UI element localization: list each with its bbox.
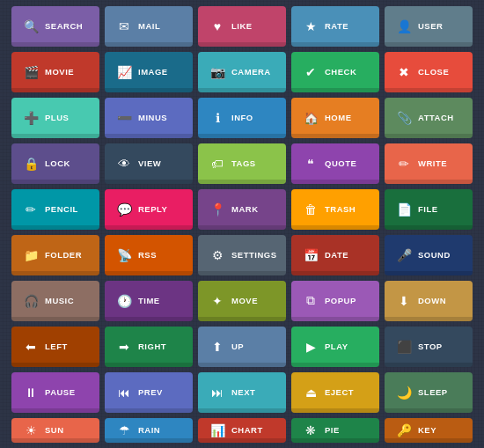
key-icon: 🔑 [392,418,416,443]
btn-prev[interactable]: ⏮PREV [105,372,193,413]
pause-label: PAUSE [45,387,76,397]
view-label: VIEW [138,158,161,168]
btn-folder[interactable]: 📁FOLDER [11,235,99,275]
btn-file[interactable]: 📄FILE [385,189,473,230]
rate-label: RATE [325,21,348,31]
lock-icon: 🔒 [18,151,43,176]
btn-camera[interactable]: 📷CAMERA [198,52,286,92]
btn-user[interactable]: 👤USER [385,6,473,47]
eject-label: EJECT [325,387,354,397]
btn-like[interactable]: ♥LIKE [198,6,286,47]
btn-eject[interactable]: ⏏EJECT [291,372,379,413]
btn-mark[interactable]: 📍MARK [198,189,286,230]
btn-close[interactable]: ✖CLOSE [385,52,473,92]
info-icon: ℹ [205,106,230,130]
btn-chart[interactable]: 📊CHART [198,418,286,443]
popup-label: POPUP [325,296,356,305]
rain-icon: ☂ [112,418,136,443]
pie-icon: ❋ [298,418,323,443]
file-icon: 📄 [392,197,416,222]
btn-popup[interactable]: ⧉POPUP [291,281,379,321]
folder-icon: 📁 [18,243,43,268]
left-icon: ⬅ [18,334,43,359]
btn-trash[interactable]: 🗑TRASH [291,189,379,230]
btn-lock[interactable]: 🔒LOCK [11,143,99,184]
btn-minus[interactable]: ➖MINUS [105,98,193,138]
btn-key[interactable]: 🔑KEY [385,418,473,443]
pencil-label: PENCIL [45,204,78,214]
btn-view[interactable]: 👁VIEW [105,143,193,184]
btn-pie[interactable]: ❋PIE [291,418,379,443]
user-icon: 👤 [392,14,416,39]
btn-settings[interactable]: ⚙SETTINGS [198,235,286,275]
right-icon: ➡ [112,334,136,359]
close-icon: ✖ [392,60,416,84]
btn-info[interactable]: ℹINFO [198,98,286,138]
btn-reply[interactable]: 💬REPLY [105,189,193,230]
btn-movie[interactable]: 🎬MOVIE [11,52,99,92]
btn-plus[interactable]: ➕PLUS [11,98,99,138]
attach-icon: 📎 [392,106,416,130]
move-icon: ✦ [205,289,230,313]
btn-rate[interactable]: ★RATE [291,6,379,47]
btn-search[interactable]: 🔍SEARCH [11,6,99,47]
btn-mail[interactable]: ✉MAIL [105,6,193,47]
btn-sun[interactable]: ☀SUN [11,418,99,443]
btn-sound[interactable]: 🎤SOUND [385,235,473,275]
btn-date[interactable]: 📅DATE [291,235,379,275]
down-icon: ⬇ [392,289,416,313]
btn-right[interactable]: ➡RIGHT [105,327,193,367]
btn-rain[interactable]: ☂RAIN [105,418,193,443]
btn-pencil[interactable]: ✏PENCIL [11,189,99,230]
plus-label: PLUS [45,113,69,122]
eject-icon: ⏏ [298,380,323,405]
up-icon: ⬆ [205,334,230,359]
btn-stop[interactable]: ⬛STOP [385,327,473,367]
play-label: PLAY [325,342,348,351]
settings-icon: ⚙ [205,243,230,268]
sleep-icon: 🌙 [392,380,416,405]
btn-left[interactable]: ⬅LEFT [11,327,99,367]
pie-label: PIE [325,425,340,435]
trash-label: TRASH [325,204,356,214]
stop-label: STOP [418,342,443,351]
chart-label: CHART [231,425,263,435]
date-label: DATE [325,250,348,260]
time-label: TIME [138,296,160,305]
camera-label: CAMERA [231,67,271,77]
btn-next[interactable]: ⏭NEXT [198,372,286,413]
move-label: MOVE [231,296,258,305]
btn-music[interactable]: 🎧MUSIC [11,281,99,321]
pencil-icon: ✏ [18,197,43,222]
btn-write[interactable]: ✏WRITE [385,143,473,184]
btn-check[interactable]: ✔CHECK [291,52,379,92]
sleep-label: SLEEP [418,387,448,397]
btn-attach[interactable]: 📎ATTACH [385,98,473,138]
up-label: UP [231,342,244,351]
btn-up[interactable]: ⬆UP [198,327,286,367]
btn-pause[interactable]: ⏸PAUSE [11,372,99,413]
btn-play[interactable]: ▶PLAY [291,327,379,367]
mark-icon: 📍 [205,197,230,222]
play-icon: ▶ [298,334,323,359]
btn-move[interactable]: ✦MOVE [198,281,286,321]
mail-icon: ✉ [112,14,136,39]
btn-sleep[interactable]: 🌙SLEEP [385,372,473,413]
info-label: INFO [231,113,253,122]
stop-icon: ⬛ [392,334,416,359]
btn-rss[interactable]: 📡RSS [105,235,193,275]
write-icon: ✏ [392,151,416,176]
btn-time[interactable]: 🕐TIME [105,281,193,321]
quote-icon: ❝ [298,151,323,176]
btn-quote[interactable]: ❝QUOTE [291,143,379,184]
btn-image[interactable]: 📈IMAGE [105,52,193,92]
camera-icon: 📷 [205,60,230,84]
btn-tags[interactable]: 🏷TAGS [198,143,286,184]
left-label: LEFT [45,342,68,351]
close-label: CLOSE [418,67,449,77]
btn-down[interactable]: ⬇DOWN [385,281,473,321]
like-icon: ♥ [205,14,230,39]
right-label: RIGHT [138,342,166,351]
sound-label: SOUND [418,250,451,260]
btn-home[interactable]: 🏠HOME [291,98,379,138]
